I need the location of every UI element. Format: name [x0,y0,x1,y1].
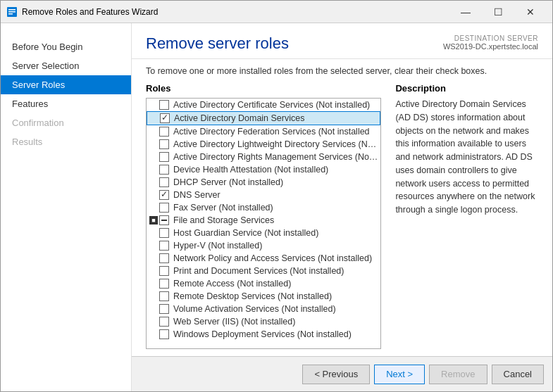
sidebar-item-server-selection[interactable]: Server Selection [1,56,131,75]
sidebar: Before You Begin Server Selection Server… [1,23,131,391]
expand-icon [149,330,158,339]
list-item[interactable]: Remote Desktop Services (Not installed) [147,290,380,303]
list-item[interactable]: Fax Server (Not installed) [147,201,380,214]
role-label: Fax Server (Not installed) [173,203,273,213]
role-checkbox-hyper-v[interactable] [159,241,169,251]
instruction-text: To remove one or more installed roles fr… [146,66,538,76]
role-label: Web Server (IIS) (Not installed) [173,317,295,327]
expand-icon[interactable]: ■ [149,216,158,225]
role-checkbox-ad-fed[interactable] [159,127,169,137]
expand-icon [149,254,158,263]
role-checkbox-remote-access[interactable] [159,279,169,289]
cancel-button[interactable]: Cancel [492,365,544,384]
role-checkbox-win-deploy[interactable] [159,329,169,339]
sidebar-item-server-roles[interactable]: Server Roles [1,75,131,94]
sidebar-item-before-you-begin[interactable]: Before You Begin [1,37,131,56]
minimize-button[interactable]: — [449,1,482,23]
destination-server-value: WS2019-DC.xpertstec.local [443,42,538,51]
maximize-button[interactable]: ☐ [482,1,514,23]
list-item[interactable]: Hyper-V (Not installed) [147,239,380,252]
roles-list-container: Active Directory Certificate Services (N… [146,98,381,349]
wizard-icon [6,6,18,18]
role-checkbox-ad-rights[interactable] [159,152,169,162]
role-checkbox-dhcp[interactable] [159,177,169,187]
remove-button[interactable]: Remove [429,365,487,384]
role-label: DHCP Server (Not installed) [173,177,283,187]
role-label: Host Guardian Service (Not installed) [173,228,318,238]
list-item[interactable]: DNS Server [147,189,380,201]
expand-icon [149,229,158,237]
list-item[interactable]: Device Health Attestation (Not installed… [147,163,380,176]
roles-list[interactable]: Active Directory Certificate Services (N… [147,99,380,348]
expand-icon [149,101,158,109]
role-checkbox-print-doc[interactable] [159,266,169,276]
role-checkbox-net-policy[interactable] [159,253,169,263]
expand-icon [149,165,158,174]
role-label: Remote Desktop Services (Not installed) [173,291,332,301]
list-item[interactable]: Active Directory Federation Services (No… [147,125,380,138]
list-item[interactable]: Active Directory Lightweight Directory S… [147,138,380,151]
list-item[interactable]: Active Directory Rights Management Servi… [147,151,380,163]
list-item[interactable]: Print and Document Services (Not install… [147,265,380,277]
footer: < Previous Next > Remove Cancel [132,356,552,391]
previous-button[interactable]: < Previous [302,365,370,384]
list-item[interactable]: Host Guardian Service (Not installed) [147,227,380,239]
list-item[interactable]: Active Directory Certificate Services (N… [147,99,380,111]
role-label: Active Directory Domain Services [174,113,304,123]
role-checkbox-ad-ld[interactable] [159,139,169,149]
expand-icon [149,127,158,136]
role-checkbox-web-server[interactable] [159,317,169,327]
expand-icon [149,292,158,301]
page-header: Remove server roles DESTINATION SERVER W… [132,23,552,59]
sidebar-item-results: Results [1,132,131,151]
list-item[interactable]: DHCP Server (Not installed) [147,176,380,189]
role-label: DNS Server [173,190,220,200]
role-label: Network Policy and Access Services (Not … [173,253,372,263]
role-label: Active Directory Lightweight Directory S… [173,139,376,149]
expand-icon [149,178,158,186]
role-checkbox-vol-activation[interactable] [159,304,169,314]
destination-server-info: DESTINATION SERVER WS2019-DC.xpertstec.l… [443,34,538,51]
page-body: To remove one or more installed roles fr… [132,59,552,356]
role-checkbox-device-health[interactable] [159,165,169,175]
role-label: Print and Document Services (Not install… [173,266,344,276]
content-area: Before You Begin Server Selection Server… [1,23,552,391]
wizard-window: Remove Roles and Features Wizard — ☐ ✕ B… [0,0,553,392]
expand-icon [149,267,158,275]
close-button[interactable]: ✕ [514,1,547,23]
list-item[interactable]: ■ File and Storage Services [147,214,380,227]
role-label: Active Directory Certificate Services (N… [173,100,370,110]
next-button[interactable]: Next > [374,365,425,384]
title-bar: Remove Roles and Features Wizard — ☐ ✕ [1,1,552,23]
list-item[interactable]: Web Server (IIS) (Not installed) [147,315,380,328]
page-title: Remove server roles [146,34,289,53]
list-item[interactable]: Remote Access (Not installed) [147,277,380,290]
role-checkbox-remote-desktop[interactable] [159,291,169,301]
role-checkbox-ad-ds[interactable] [160,113,170,123]
role-checkbox-file-storage[interactable] [159,215,169,225]
role-checkbox-dns[interactable] [159,190,169,200]
list-item[interactable]: Volume Activation Services (Not installe… [147,303,380,315]
roles-column-header: Roles [146,83,381,94]
role-label: Remote Access (Not installed) [173,279,291,289]
sidebar-item-features[interactable]: Features [1,94,131,113]
svg-rect-3 [8,13,13,15]
columns-container: Roles Active Directory Certificate Servi… [146,83,538,349]
expand-icon [149,279,158,288]
list-item[interactable]: Network Policy and Access Services (Not … [147,252,380,265]
expand-icon [150,114,159,122]
svg-rect-1 [8,9,15,11]
expand-icon [149,305,158,313]
roles-column: Roles Active Directory Certificate Servi… [146,83,381,349]
expand-icon [149,317,158,326]
list-item[interactable]: Windows Deployment Services (Not install… [147,328,380,341]
role-checkbox-ad-cert[interactable] [159,100,169,110]
role-checkbox-fax[interactable] [159,203,169,213]
list-item[interactable]: Active Directory Domain Services [147,111,380,125]
expand-icon [149,153,158,161]
role-checkbox-host-guardian[interactable] [159,228,169,238]
role-label: Active Directory Rights Management Servi… [173,152,378,162]
role-label: Windows Deployment Services (Not install… [173,329,352,339]
window-title: Remove Roles and Features Wizard [22,7,449,17]
expand-icon [149,241,158,250]
